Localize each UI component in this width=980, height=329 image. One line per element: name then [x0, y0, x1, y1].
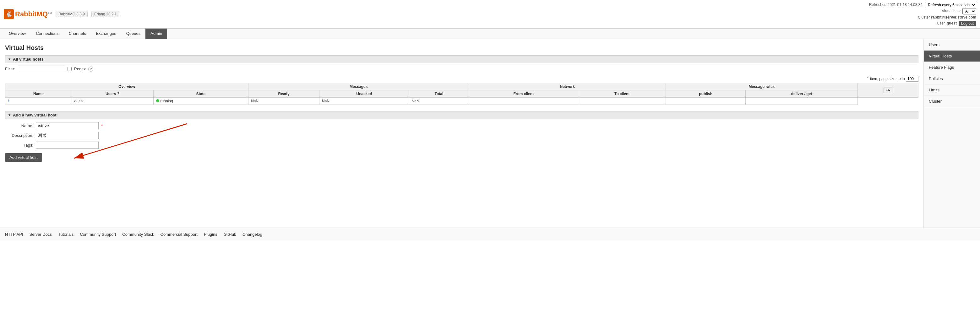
row-to-client: [578, 98, 666, 105]
status-dot: [156, 99, 159, 102]
col-publish: publish: [666, 91, 746, 98]
filter-row: Filter: Regex ?: [5, 66, 918, 72]
refresh-row: Refreshed 2021-01-18 14:08:34 Refresh ev…: [869, 2, 976, 8]
help-icon[interactable]: ?: [88, 67, 93, 72]
logo: 🐇 RabbitMQTM: [4, 9, 52, 19]
logo-mq: MQ: [37, 10, 48, 18]
nav-exchanges[interactable]: Exchanges: [91, 29, 121, 39]
all-vhosts-section-header[interactable]: ▼ All virtual hosts: [5, 55, 918, 63]
tags-form-row: Tags:: [5, 141, 918, 149]
row-from-client: [469, 98, 578, 105]
name-form-row: Name: *: [5, 122, 918, 129]
cluster-value: rabbit@server.strive.com: [931, 14, 976, 21]
main-layout: Virtual Hosts ▼ All virtual hosts Filter…: [0, 39, 980, 227]
row-name[interactable]: /: [5, 98, 72, 105]
col-from-client: From client: [469, 91, 578, 98]
footer-http-api[interactable]: HTTP API: [5, 232, 23, 237]
add-section-collapse-icon: ▼: [8, 113, 11, 117]
regex-checkbox[interactable]: [68, 67, 72, 71]
nav-queues[interactable]: Queues: [121, 29, 146, 39]
name-input[interactable]: [36, 122, 99, 129]
plus-minus-cell[interactable]: +/-: [858, 83, 918, 98]
virtual-host-row: Virtual host All /: [869, 8, 976, 14]
name-field-label: Name:: [5, 123, 33, 128]
footer-plugins[interactable]: Plugins: [204, 232, 217, 237]
pagination-text: 1 item, page size up to: [867, 76, 905, 81]
logo-rabbit: Rabbit: [15, 10, 37, 18]
table-row: / guest running NaN NaN NaN: [5, 98, 918, 105]
filter-input[interactable]: [18, 66, 65, 72]
required-star: *: [101, 123, 103, 129]
description-input[interactable]: [36, 132, 99, 139]
cluster-label: Cluster: [918, 14, 930, 21]
col-state: State: [153, 91, 248, 98]
logo-text: RabbitMQTM: [15, 10, 52, 18]
tags-input[interactable]: [36, 141, 99, 149]
footer-commercial-support[interactable]: Commercial Support: [161, 232, 198, 237]
erlang-badge: Erlang 23.2.1: [91, 11, 119, 17]
user-value: guest: [947, 21, 957, 26]
row-ready: NaN: [248, 98, 320, 105]
row-unacked: NaN: [320, 98, 409, 105]
user-row: User guest Log out: [869, 21, 976, 26]
col-users: Users ?: [72, 91, 153, 98]
network-group-header: Network: [469, 83, 666, 91]
messages-group-header: Messages: [248, 83, 469, 91]
virtual-host-label: Virtual host: [942, 8, 961, 14]
add-section-header[interactable]: ▼ Add a new virtual host: [5, 111, 918, 119]
col-total: Total: [409, 91, 469, 98]
logout-button[interactable]: Log out: [959, 21, 976, 26]
row-state: running: [153, 98, 248, 105]
virtual-host-select[interactable]: All /: [963, 8, 976, 14]
nav-admin[interactable]: Admin: [145, 29, 167, 39]
nav-bar: Overview Connections Channels Exchanges …: [0, 29, 980, 39]
add-vhost-button[interactable]: Add virtual host: [5, 153, 42, 162]
footer-server-docs[interactable]: Server Docs: [30, 232, 52, 237]
sidebar-item-policies[interactable]: Policies: [924, 73, 980, 84]
sidebar-item-cluster[interactable]: Cluster: [924, 96, 980, 107]
sidebar-item-limits[interactable]: Limits: [924, 84, 980, 96]
refresh-select[interactable]: Refresh every 5 seconds Manually Every 1…: [925, 2, 976, 8]
content-area: Virtual Hosts ▼ All virtual hosts Filter…: [0, 39, 923, 227]
row-users: guest: [72, 98, 153, 105]
row-publish: [666, 98, 746, 105]
footer-community-slack[interactable]: Community Slack: [122, 232, 154, 237]
footer: HTTP API Server Docs Tutorials Community…: [0, 227, 980, 240]
page-title: Virtual Hosts: [5, 44, 918, 51]
footer-community-support[interactable]: Community Support: [80, 232, 116, 237]
description-form-row: Description:: [5, 132, 918, 139]
overview-group-header: Overview: [5, 83, 248, 91]
footer-github[interactable]: GitHub: [224, 232, 236, 237]
nav-overview[interactable]: Overview: [4, 29, 31, 39]
sidebar-item-feature-flags[interactable]: Feature Flags: [924, 62, 980, 73]
filter-label: Filter:: [5, 67, 15, 71]
add-vhost-section: ▼ Add a new virtual host Name: * Descrip…: [5, 111, 918, 162]
table-container: Overview Messages Network Message rates …: [5, 83, 918, 105]
tags-field-label: Tags:: [5, 143, 33, 148]
pagination-info: 1 item, page size up to: [5, 76, 918, 82]
sidebar-item-virtual-hosts[interactable]: Virtual Hosts: [924, 51, 980, 62]
cluster-row: Cluster rabbit@server.strive.com: [869, 14, 976, 21]
col-ready: Ready: [248, 91, 320, 98]
message-rates-group-header: Message rates: [666, 83, 858, 91]
nav-channels[interactable]: Channels: [64, 29, 91, 39]
right-sidebar: Users Virtual Hosts Feature Flags Polici…: [923, 39, 980, 227]
footer-tutorials[interactable]: Tutorials: [58, 232, 73, 237]
regex-label: Regex: [74, 67, 86, 71]
col-unacked: Unacked: [320, 91, 409, 98]
refreshed-label: Refreshed 2021-01-18 14:08:34: [869, 2, 923, 8]
logo-area: 🐇 RabbitMQTM RabbitMQ 3.8.9 Erlang 23.2.…: [4, 9, 119, 19]
col-name: Name: [5, 91, 72, 98]
pagination-size-input[interactable]: [906, 76, 918, 82]
nav-connections[interactable]: Connections: [31, 29, 64, 39]
col-deliver-get: deliver / get: [746, 91, 858, 98]
sidebar-item-users[interactable]: Users: [924, 39, 980, 51]
top-right-info: Refreshed 2021-01-18 14:08:34 Refresh ev…: [869, 2, 976, 26]
logo-tm: TM: [48, 11, 52, 14]
top-bar: 🐇 RabbitMQTM RabbitMQ 3.8.9 Erlang 23.2.…: [0, 0, 980, 29]
plus-minus-button[interactable]: +/-: [884, 87, 892, 93]
user-label: User: [937, 21, 945, 26]
footer-changelog[interactable]: Changelog: [242, 232, 262, 237]
add-section-label: Add a new virtual host: [13, 113, 57, 118]
vhosts-table: Overview Messages Network Message rates …: [5, 83, 918, 105]
